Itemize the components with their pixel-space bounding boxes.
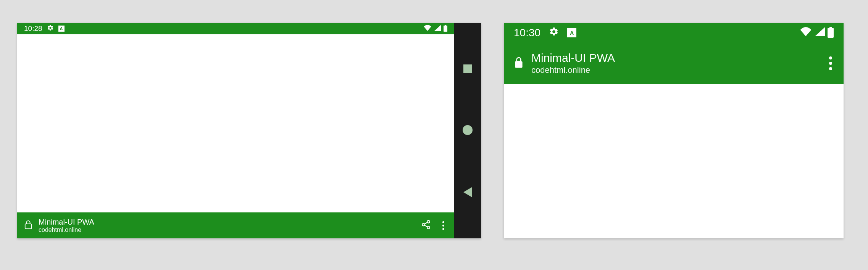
gear-icon xyxy=(549,27,559,39)
svg-point-3 xyxy=(427,226,430,229)
battery-icon xyxy=(444,26,447,32)
status-time: 10:30 xyxy=(514,27,540,39)
app-bar-text: Minimal-UI PWA codehtml.online xyxy=(531,51,615,75)
back-button[interactable] xyxy=(463,187,472,197)
signal-icon xyxy=(434,24,441,33)
svg-rect-0 xyxy=(25,224,32,229)
app-badge-icon: A xyxy=(567,28,576,37)
webview-content[interactable] xyxy=(17,34,454,212)
app-bar-text: Minimal-UI PWA codehtml.online xyxy=(39,218,94,233)
wifi-icon xyxy=(424,24,431,33)
svg-point-2 xyxy=(427,220,430,223)
status-left: 10:28 A xyxy=(24,24,65,33)
status-time: 10:28 xyxy=(24,24,42,33)
svg-rect-6 xyxy=(515,61,522,68)
app-bar-bottom: Minimal-UI PWA codehtml.online xyxy=(17,212,454,238)
battery-icon xyxy=(828,28,834,38)
svg-point-1 xyxy=(422,223,425,226)
lock-fill-icon xyxy=(514,56,524,70)
signal-icon xyxy=(814,27,825,39)
status-bar: 10:30 A xyxy=(504,23,844,43)
svg-line-4 xyxy=(424,222,427,224)
system-navbar xyxy=(454,23,481,238)
more-vert-icon[interactable] xyxy=(829,56,832,70)
webview-content[interactable] xyxy=(504,84,844,238)
status-right xyxy=(424,24,447,33)
app-bar-actions xyxy=(421,220,444,231)
app-title: Minimal-UI PWA xyxy=(39,218,94,227)
lock-outline-icon xyxy=(24,220,32,231)
device-portrait: 10:30 A Minimal-UI PWA codehtml.online xyxy=(504,23,844,238)
app-bar-top: Minimal-UI PWA codehtml.online xyxy=(504,43,844,84)
app-bar-left: Minimal-UI PWA codehtml.online xyxy=(514,51,615,75)
app-badge-icon: A xyxy=(58,26,65,32)
app-host: codehtml.online xyxy=(531,65,615,75)
more-vert-icon[interactable] xyxy=(442,221,444,230)
app-host: codehtml.online xyxy=(39,227,94,233)
svg-line-5 xyxy=(424,225,427,227)
app-title: Minimal-UI PWA xyxy=(531,51,615,64)
overview-button[interactable] xyxy=(463,64,472,73)
gear-icon xyxy=(47,24,54,33)
device-landscape: 10:28 A xyxy=(17,23,481,238)
wifi-icon xyxy=(800,27,812,39)
screen-area: 10:28 A xyxy=(17,23,454,238)
share-icon[interactable] xyxy=(421,220,431,231)
app-bar-left: Minimal-UI PWA codehtml.online xyxy=(24,218,94,233)
status-bar: 10:28 A xyxy=(17,23,454,34)
status-left: 10:30 A xyxy=(514,27,576,39)
home-button[interactable] xyxy=(463,125,473,135)
status-right xyxy=(800,27,834,39)
